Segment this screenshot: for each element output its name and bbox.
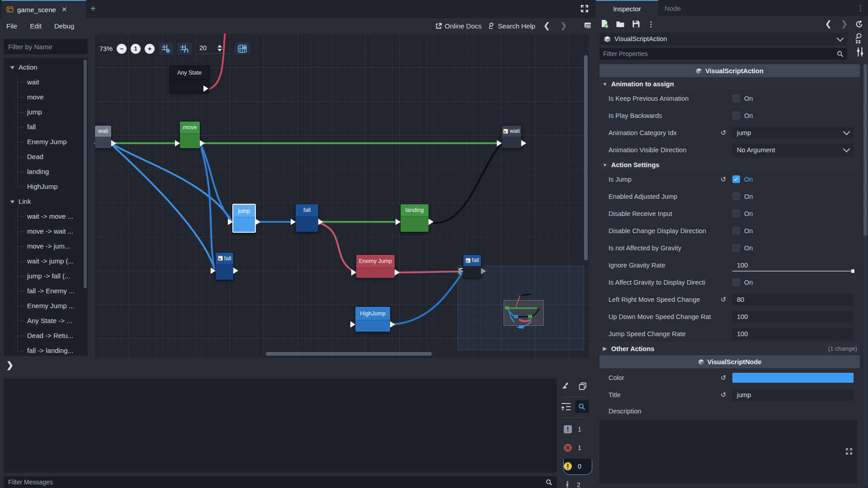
number-field[interactable]: 100 <box>732 328 854 340</box>
expand-textarea-icon[interactable] <box>845 448 853 455</box>
checkbox[interactable]: ✓ <box>732 175 740 183</box>
output-port[interactable] <box>429 219 434 225</box>
revert-icon[interactable]: ↺ <box>719 175 728 183</box>
inspector-back-icon[interactable]: ❮ <box>823 19 834 29</box>
output-port[interactable] <box>233 267 238 274</box>
graph-node-jump[interactable]: jump <box>232 204 256 233</box>
tree-item-highjump[interactable]: HighJump <box>4 179 88 194</box>
fullscreen-icon[interactable] <box>580 4 590 14</box>
select-field[interactable]: jump <box>732 127 854 139</box>
tree-item-fall-landing-[interactable]: fall -> landing... <box>4 343 88 356</box>
focus-search-toggle[interactable] <box>575 400 589 413</box>
input-port[interactable] <box>291 219 296 225</box>
new-tab-button[interactable]: + <box>90 4 96 14</box>
tree-item-landing[interactable]: landing <box>4 164 88 179</box>
output-port[interactable] <box>521 140 526 146</box>
color-swatch[interactable] <box>732 373 854 383</box>
checkbox[interactable] <box>732 227 740 235</box>
tab-game-scene[interactable]: game_scene ✕ <box>2 0 86 18</box>
search-help-button[interactable]: Search Help <box>488 22 535 30</box>
checkbox[interactable] <box>732 278 740 286</box>
tree-item-dead-retu-[interactable]: Dead -> Retu... <box>4 328 88 343</box>
tab-menu-dots-icon[interactable]: ⋮ <box>857 4 864 12</box>
zoom-out-button[interactable]: − <box>117 44 127 54</box>
revert-icon[interactable]: ↺ <box>719 129 728 137</box>
tab-inspector[interactable]: Inspector <box>596 0 658 16</box>
input-port[interactable] <box>175 140 180 146</box>
menu-debug[interactable]: Debug <box>48 22 80 30</box>
checkbox[interactable] <box>732 94 740 102</box>
minimap-toggle-button[interactable] <box>234 42 250 55</box>
graph-vertical-scrollbar[interactable] <box>584 55 588 260</box>
section-action-settings[interactable]: ▼Action Settings <box>599 159 860 170</box>
history-forward-icon[interactable]: ❯ <box>558 21 569 31</box>
graph-node-highjump[interactable]: HighJump <box>355 306 391 332</box>
new-resource-icon[interactable] <box>600 19 609 28</box>
graph-node-move[interactable]: move <box>179 121 200 149</box>
output-port[interactable] <box>111 140 116 146</box>
save-resource-icon[interactable] <box>632 20 640 28</box>
input-port[interactable] <box>458 268 463 274</box>
output-port[interactable] <box>481 268 486 274</box>
resource-dropdown[interactable]: VisualScriptAction <box>599 33 847 45</box>
tree-scrollbar[interactable] <box>84 60 87 288</box>
tree-item-jump[interactable]: jump <box>4 104 88 119</box>
output-port[interactable] <box>203 85 208 92</box>
collapse-duplicates-icon[interactable] <box>561 402 571 412</box>
open-docs-for-resource-icon[interactable] <box>854 33 863 44</box>
history-icon[interactable] <box>855 20 863 28</box>
output-port[interactable] <box>255 219 260 225</box>
input-port[interactable] <box>350 321 355 328</box>
filter-by-name-input[interactable]: Filter by Name <box>4 39 88 54</box>
zoom-reset-button[interactable]: 1 <box>131 44 141 54</box>
tree-item-enemy-jump-[interactable]: Enemy Jump ... <box>4 298 88 313</box>
tree-item-move-wait-[interactable]: move -> wait ... <box>4 224 88 239</box>
output-filter-errors[interactable]: 1 <box>563 443 581 452</box>
zoom-in-button[interactable]: + <box>145 44 155 54</box>
number-field[interactable]: 100 <box>732 311 854 323</box>
number-field[interactable]: 80 <box>732 294 854 305</box>
menu-edit[interactable]: Edit <box>24 22 48 30</box>
resource-options-dots-icon[interactable]: ⋮ <box>647 20 655 28</box>
tree-group-link[interactable]: ▼Link <box>4 194 88 209</box>
checkbox[interactable] <box>732 210 740 217</box>
graph-node-fall-left[interactable]: fall <box>215 252 234 280</box>
graph-node-wait[interactable]: wait <box>94 125 112 149</box>
revert-icon[interactable]: ↺ <box>719 296 728 304</box>
filter-properties-input[interactable]: Filter Properties <box>599 48 847 60</box>
filter-messages-input[interactable]: Filter Messages <box>4 476 557 488</box>
clear-output-icon[interactable] <box>561 381 571 391</box>
history-back-icon[interactable]: ❮ <box>542 21 552 31</box>
input-port[interactable] <box>228 219 233 225</box>
snap-toggle-button[interactable] <box>159 42 173 55</box>
input-port[interactable] <box>351 269 356 276</box>
output-port[interactable] <box>395 269 400 276</box>
state-machine-graph[interactable]: Any StatewaitmovejumpfalllandingEnemy Ju… <box>94 33 589 358</box>
tab-close-icon[interactable]: ✕ <box>61 5 67 14</box>
graph-node-landing[interactable]: landing <box>400 204 429 232</box>
section-animation-to-assign[interactable]: ▼Animation to assign <box>599 78 860 89</box>
graph-horizontal-scrollbar[interactable] <box>266 352 432 356</box>
menu-file[interactable]: File <box>0 22 24 30</box>
tab-node[interactable]: Node <box>665 0 681 16</box>
section-other-actions[interactable]: ▶Other Actions(1 change) <box>599 343 860 354</box>
revert-icon[interactable]: ↺ <box>719 391 728 399</box>
output-filter-editor[interactable]: 2 <box>563 480 580 488</box>
input-port[interactable] <box>94 140 95 146</box>
load-resource-icon[interactable] <box>616 20 625 28</box>
graph-node-fall-mid[interactable]: fall <box>295 204 319 232</box>
text-field[interactable]: jump <box>732 389 854 401</box>
tree-item-wait-move-[interactable]: wait -> move ... <box>4 209 88 224</box>
tree-item-wait[interactable]: wait <box>4 75 88 89</box>
snap-distance-field[interactable]: 20 <box>196 43 230 54</box>
output-filter-messages[interactable]: 1 <box>563 425 581 434</box>
tree-group-action[interactable]: ▼Action <box>4 60 88 75</box>
output-port[interactable] <box>390 321 395 328</box>
checkbox[interactable] <box>732 192 740 200</box>
online-docs-button[interactable]: Online Docs <box>435 22 482 30</box>
tree-item-jump-fall-[interactable]: jump -> fall (... <box>4 268 88 283</box>
snap-stepper[interactable] <box>217 45 222 52</box>
tree-item-enemy-jump[interactable]: Enemy Jump <box>4 134 88 149</box>
input-port[interactable] <box>497 140 502 146</box>
expand-bottom-panel-icon[interactable]: ❯ <box>6 360 14 370</box>
